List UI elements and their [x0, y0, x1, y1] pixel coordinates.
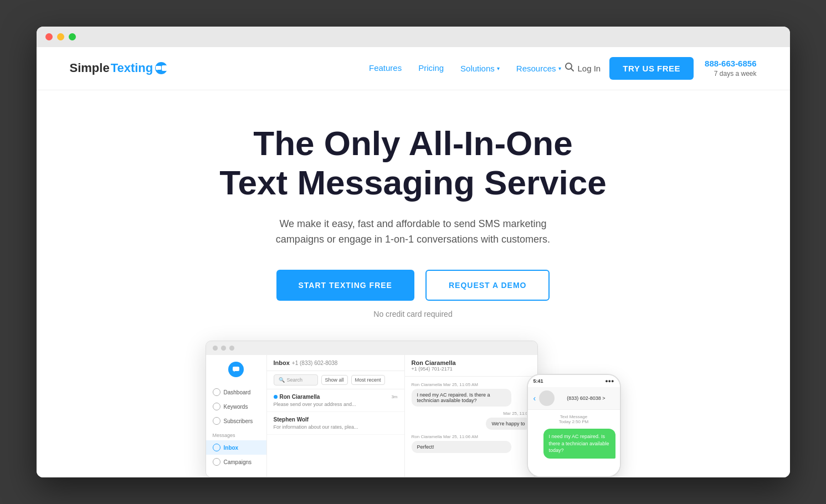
phone-time: 5:41: [533, 378, 543, 384]
search-icon[interactable]: [565, 62, 574, 75]
app-dot-2: [221, 346, 226, 351]
app-body: Dashboard Keywords Subscribers Messages: [206, 355, 537, 477]
hero-cta-group: START TEXTING FREE REQUEST A DEMO: [59, 270, 768, 301]
phone-mockup: 5:41 ●●● ‹ (833) 602-8038 > Text Message…: [527, 374, 621, 477]
phone-number: 888-663-6856: [705, 59, 756, 68]
login-link[interactable]: Log In: [578, 64, 601, 73]
traffic-light-yellow[interactable]: [57, 33, 64, 40]
inbox-header: Inbox +1 (833) 602-8038: [267, 355, 404, 371]
contact-name: Ron Ciaramella: [412, 359, 531, 366]
contact-number: +1 (954) 701-2171: [412, 366, 531, 372]
nav-links: Features Pricing Solutions ▾ Resources ▾: [369, 63, 561, 73]
sidebar-item-subscribers[interactable]: Subscribers: [206, 414, 266, 428]
app-dot-1: [213, 346, 218, 351]
phone-status-bar: 5:41 ●●●: [528, 375, 620, 387]
try-free-button[interactable]: TRY US FREE: [609, 57, 694, 80]
logo-texting-text: Texting: [111, 61, 153, 75]
inbox-label: Inbox: [274, 359, 290, 366]
svg-rect-3: [233, 367, 239, 371]
msg-meta-2: Ron Ciaramella Mar 25, 11:06 AM: [412, 434, 531, 439]
svg-line-2: [571, 68, 573, 71]
chevron-down-icon: ▾: [497, 65, 500, 71]
conv-header-1: Stephen Wolf: [274, 416, 398, 423]
sidebar-subscribers-label: Subscribers: [224, 418, 253, 424]
hero-section: The Only All-In-One Text Messaging Servi…: [37, 90, 790, 318]
start-texting-button[interactable]: START TEXTING FREE: [276, 270, 414, 301]
app-dot-3: [229, 346, 234, 351]
sort-dropdown[interactable]: Most recent: [351, 375, 385, 385]
sidebar-keywords-label: Keywords: [224, 404, 248, 410]
phone-contact-number: (833) 602-8038 >: [558, 395, 614, 401]
message-0: Ron Ciaramella Mar 25, 11:05 AM I need m…: [412, 382, 531, 407]
conversation-item-1[interactable]: Stephen Wolf For information about our r…: [267, 412, 404, 435]
phone-header: ‹ (833) 602-8038 >: [528, 387, 620, 410]
conversation-item-0[interactable]: Ron Ciaramella 3m Please send over your …: [267, 389, 404, 412]
sidebar-item-dashboard[interactable]: Dashboard: [206, 385, 266, 399]
search-filter-icon: 🔍: [279, 377, 285, 383]
messages-container: Ron Ciaramella Mar 25, 11:05 AM I need m…: [405, 377, 537, 459]
search-filter-placeholder: Search: [287, 377, 303, 383]
nav-pricing-link[interactable]: Pricing: [418, 63, 444, 73]
navbar: SimpleTexting Features Pricing Solutions…: [37, 47, 790, 90]
unread-dot: [274, 395, 278, 399]
phone-days: 7 days a week: [714, 70, 757, 78]
nav-solutions-link[interactable]: Solutions: [460, 64, 495, 73]
browser-window: SimpleTexting Features Pricing Solutions…: [37, 27, 790, 477]
phone-back-button[interactable]: ‹: [533, 394, 536, 403]
nav-solutions-dropdown[interactable]: Solutions ▾: [460, 64, 500, 73]
msg-bubble-0: I need my AC repaired. Is there a techni…: [412, 389, 511, 407]
logo[interactable]: SimpleTexting: [70, 61, 168, 75]
nav-phone: 888-663-6856 7 days a week: [705, 59, 756, 78]
nav-resources-dropdown[interactable]: Resources ▾: [516, 64, 561, 73]
search-filter[interactable]: 🔍 Search: [274, 374, 318, 385]
conv-preview-0: Please send over your address and...: [274, 402, 398, 407]
subscribers-icon: [213, 417, 220, 425]
conv-header: Ron Ciaramella 3m: [274, 394, 398, 400]
app-chrome: [206, 341, 537, 355]
phone-messages: I need my AC repaired. Is there a techni…: [532, 429, 615, 463]
message-2: Ron Ciaramella Mar 25, 11:06 AM Perfect!: [412, 434, 531, 453]
sidebar-item-inbox[interactable]: Inbox: [206, 440, 266, 455]
campaigns-icon: [213, 458, 220, 466]
request-demo-button[interactable]: REQUEST A DEMO: [425, 270, 550, 301]
inbox-icon: [213, 444, 220, 451]
inbox-number: +1 (833) 602-8038: [292, 360, 338, 366]
msg-bubble-2: Perfect!: [412, 441, 511, 453]
svg-rect-0: [156, 66, 161, 70]
traffic-light-red[interactable]: [45, 33, 53, 40]
keywords-icon: [213, 403, 220, 410]
page-content: SimpleTexting Features Pricing Solutions…: [37, 47, 790, 477]
browser-chrome: [37, 27, 790, 47]
no-credit-card-text: No credit card required: [59, 310, 768, 318]
phone-body: Text Message Today 2:50 PM I need my AC …: [528, 410, 620, 476]
message-1: Mar 25, 11:06 We're happy to: [412, 411, 531, 430]
desktop-app-mockup: Dashboard Keywords Subscribers Messages: [206, 341, 538, 477]
nav-resources-link[interactable]: Resources: [516, 64, 556, 73]
conv-name-0: Ron Ciaramella: [274, 394, 320, 400]
sidebar-section-messages: Messages: [206, 428, 266, 440]
app-main-panel: Inbox +1 (833) 602-8038 🔍 Search Show al…: [267, 355, 404, 477]
hero-subtitle: We make it easy, fast and affordable to …: [258, 216, 568, 248]
phone-date: Text Message Today 2:50 PM: [532, 414, 615, 424]
dashboard-icon: [213, 388, 220, 396]
msg-bubble-1: We're happy to: [486, 418, 530, 430]
phone-avatar: [539, 390, 555, 406]
chevron-down-icon-resources: ▾: [558, 65, 561, 71]
phone-signal-icon: ●●●: [605, 378, 614, 384]
app-sidebar: Dashboard Keywords Subscribers Messages: [206, 355, 267, 477]
sidebar-item-keywords[interactable]: Keywords: [206, 399, 266, 414]
sidebar-inbox-label: Inbox: [224, 445, 239, 451]
panel-header: Ron Ciaramella +1 (954) 701-2171: [405, 355, 537, 377]
sidebar-logo: [228, 362, 244, 377]
sidebar-item-campaigns[interactable]: Campaigns: [206, 455, 266, 469]
right-panel: Ron Ciaramella +1 (954) 701-2171 Ron Cia…: [404, 355, 537, 477]
nav-features-link[interactable]: Features: [369, 63, 402, 73]
phone-contact-info: (833) 602-8038 >: [558, 395, 614, 401]
show-all-dropdown[interactable]: Show all: [321, 375, 348, 385]
traffic-light-green[interactable]: [69, 33, 76, 40]
filters-bar: 🔍 Search Show all Most recent: [267, 371, 404, 389]
mockups-wrapper: Dashboard Keywords Subscribers Messages: [37, 341, 790, 477]
phone-message-sent: I need my AC repaired. Is there a techni…: [543, 429, 615, 459]
logo-simple-text: Simple: [70, 61, 110, 75]
logo-icon: [155, 62, 167, 74]
